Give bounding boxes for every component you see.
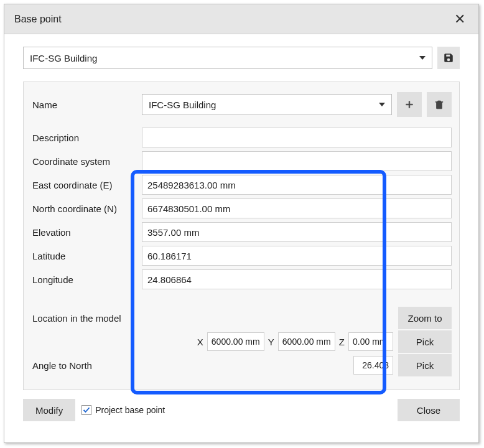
window-title: Base point <box>14 14 62 25</box>
checkbox-label: Project base point <box>95 405 165 415</box>
longitude-label: Longitude <box>31 274 137 285</box>
form-panel: Name IFC-SG Building Description Coordin… <box>23 82 460 390</box>
chevron-down-icon <box>419 56 426 60</box>
plus-icon <box>404 99 415 110</box>
zoom-to-button[interactable]: Zoom to <box>398 307 452 329</box>
delete-button[interactable] <box>427 92 452 117</box>
coord-system-label: Coordinate system <box>31 156 137 167</box>
pick-location-button[interactable]: Pick <box>398 330 452 353</box>
name-select-value: IFC-SG Building <box>149 100 216 110</box>
angle-input[interactable]: 26.408 <box>353 356 393 375</box>
y-input[interactable]: 6000.00 mm <box>278 332 335 351</box>
east-input[interactable]: 25489283613.00 mm <box>142 175 452 195</box>
name-select[interactable]: IFC-SG Building <box>142 94 392 115</box>
close-button[interactable]: Close <box>398 399 460 421</box>
project-base-point-checkbox[interactable]: Project base point <box>81 405 165 415</box>
chevron-down-icon <box>379 103 385 106</box>
x-input[interactable]: 6000.00 mm <box>207 332 264 351</box>
add-button[interactable] <box>397 92 422 117</box>
x-label: X <box>197 337 203 347</box>
north-input[interactable]: 6674830501.00 mm <box>142 198 452 218</box>
east-label: East coordinate (E) <box>31 180 137 190</box>
z-label: Z <box>339 337 345 347</box>
name-label: Name <box>31 100 137 110</box>
pick-angle-button[interactable]: Pick <box>398 354 452 376</box>
base-point-dialog: Base point ✕ IFC-SG Building Name IFC-SG… <box>4 4 479 443</box>
elevation-label: Elevation <box>31 227 137 238</box>
location-label: Location in the model <box>31 313 137 324</box>
description-input[interactable] <box>142 128 452 147</box>
north-label: North coordinate (N) <box>31 203 137 214</box>
y-label: Y <box>268 337 274 347</box>
xyz-row: X 6000.00 mm Y 6000.00 mm Z 0.00 mm <box>142 332 393 351</box>
titlebar: Base point ✕ <box>4 4 478 34</box>
latitude-input[interactable]: 60.186171 <box>142 246 452 266</box>
preset-row: IFC-SG Building <box>4 34 478 75</box>
trash-icon <box>434 99 445 110</box>
longitude-input[interactable]: 24.806864 <box>142 269 452 289</box>
angle-label: Angle to North <box>31 360 137 371</box>
save-button[interactable] <box>437 47 460 69</box>
checkbox-icon <box>81 405 91 415</box>
description-label: Description <box>31 133 137 143</box>
save-icon <box>443 52 454 63</box>
close-icon[interactable]: ✕ <box>451 11 468 27</box>
z-input[interactable]: 0.00 mm <box>348 332 393 351</box>
elevation-input[interactable]: 3557.00 mm <box>142 222 452 242</box>
dialog-buttons: Modify Project base point Close <box>4 390 478 430</box>
preset-select-value: IFC-SG Building <box>30 53 97 63</box>
modify-button[interactable]: Modify <box>23 399 75 421</box>
latitude-label: Latitude <box>31 251 137 261</box>
coord-system-input[interactable] <box>142 151 452 171</box>
preset-select[interactable]: IFC-SG Building <box>23 47 432 69</box>
